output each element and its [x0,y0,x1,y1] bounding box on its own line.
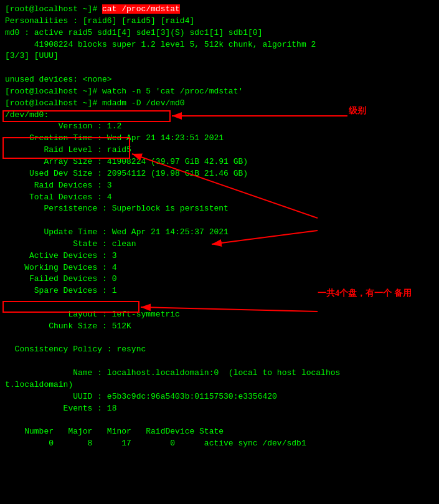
line-22: Active Devices : 3 [5,250,434,262]
cn-label-level: 级别 [349,105,366,117]
line-27: Layout : left-symmetric [5,309,434,321]
line-2: Personalities : [raid6] [raid5] [raid4] [5,16,434,27]
terminal: [root@localhost ~]# cat /proc/mdstat Per… [0,0,439,504]
line-15: Used Dev Size : 20954112 (19.98 GiB 21.4… [5,168,434,180]
line-36 [5,415,434,427]
line-18: Persistence : Superblock is persistent [5,203,434,215]
line-20: Update Time : Wed Apr 21 14:25:37 2021 [5,227,434,239]
line-33: t.localdomain) [5,379,434,391]
line-37: Number Major Minor RaidDevice State [5,426,434,438]
line-23: Working Devices : 4 [5,262,434,274]
line-13: Raid Level : raid5 [5,145,434,156]
line-17: Total Devices : 4 [5,192,434,204]
line-14: Array Size : 41908224 (39.97 GiB 42.91 G… [5,156,434,168]
line-24: Failed Devices : 0 [5,273,434,285]
cn-label-spare: 一共4个盘，有一个 备用 [318,287,412,300]
line-31 [5,356,434,368]
line-6 [5,62,434,74]
line-9: [root@localhost ~]# mdadm -D /dev/md0 [5,98,434,110]
line-1: [root@localhost ~]# cat /proc/mdstat [5,4,434,16]
line-34: UUID : e5b3c9dc:96a5403b:01157530:e33564… [5,391,434,403]
line-16: Raid Devices : 3 [5,180,434,192]
line-8: [root@localhost ~]# watch -n 5 'cat /pro… [5,86,434,98]
line-35: Events : 18 [5,403,434,415]
line-19 [5,215,434,227]
line-7: unused devices: <none> [5,74,434,86]
prompt-1: [root@localhost ~]# [5,4,102,14]
cmd-highlight: cat /proc/mdstat [102,4,180,14]
line-5: [3/3] [UUU] [5,50,434,62]
line-28: Chunk Size : 512K [5,321,434,333]
line-10: /dev/md0: [5,110,434,121]
line-21: State : clean [5,239,434,250]
line-29 [5,333,434,345]
line-38: 0 8 17 0 active sync /dev/sdb1 [5,438,434,450]
line-12: Creation Time : Wed Apr 21 14:23:51 2021 [5,133,434,145]
line-32: Name : localhost.localdomain:0 (local to… [5,368,434,379]
line-30: Consistency Policy : resync [5,344,434,356]
line-11: Version : 1.2 [5,121,434,133]
line-4: 41908224 blocks super 1.2 level 5, 512k … [5,39,434,51]
line-3: md0 : active raid5 sdd1[4] sde1[3](S) sd… [5,27,434,39]
